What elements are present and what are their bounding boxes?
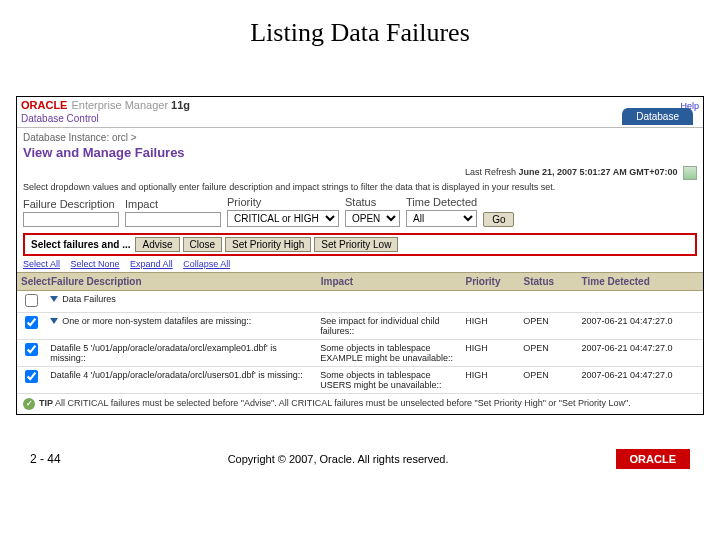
row-impact: Some objects in tablespace EXAMPLE might… [316, 340, 461, 366]
db-control-label: Database Control [21, 113, 99, 124]
row-impact: Some objects in tablespace USERS might b… [316, 367, 461, 393]
filter-time-select[interactable]: All [406, 210, 477, 227]
table-header: Select Failure Description Impact Priori… [17, 272, 703, 291]
expand-icon[interactable] [50, 318, 58, 324]
tab-database[interactable]: Database [622, 108, 693, 125]
product-name: Enterprise Manager [71, 99, 168, 111]
filter-row: Failure Description Impact PriorityCRITI… [17, 196, 703, 233]
footer-oracle-logo: ORACLE [616, 449, 690, 469]
expand-icon[interactable] [50, 296, 58, 302]
tip-row: ✓ TIP All CRITICAL failures must be sele… [17, 394, 703, 414]
filter-priority-label: Priority [227, 196, 339, 208]
row-priority: HIGH [461, 367, 519, 383]
slide-title: Listing Data Failures [0, 0, 720, 56]
table-row: Datafile 4 '/u01/app/oracle/oradata/orcl… [17, 367, 703, 394]
select-all-link[interactable]: Select All [23, 259, 60, 269]
filter-desc-input[interactable] [23, 212, 119, 227]
row-priority [461, 291, 519, 297]
sub-header: Database Control Database [17, 113, 703, 128]
copyright: Copyright © 2007, Oracle. All rights res… [61, 453, 616, 465]
advise-button[interactable]: Advise [135, 237, 179, 252]
actions-bar: Select failures and ... Advise Close Set… [23, 233, 697, 256]
table-row: Data Failures [17, 291, 703, 313]
page-title: View and Manage Failures [23, 145, 697, 160]
row-desc: Datafile 4 '/u01/app/oracle/oradata/orcl… [50, 370, 303, 380]
tip-text: All CRITICAL failures must be selected b… [55, 398, 631, 408]
refresh-icon[interactable] [683, 166, 697, 180]
close-button[interactable]: Close [183, 237, 223, 252]
go-button[interactable]: Go [483, 212, 514, 227]
row-time: 2007-06-21 04:47:27.0 [577, 340, 703, 356]
refresh-timestamp: June 21, 2007 5:01:27 AM GMT+07:00 [518, 167, 677, 177]
filter-time-label: Time Detected [406, 196, 477, 208]
filter-impact-input[interactable] [125, 212, 221, 227]
last-refresh: Last Refresh June 21, 2007 5:01:27 AM GM… [17, 164, 703, 182]
row-priority: HIGH [461, 340, 519, 356]
filter-impact-label: Impact [125, 198, 221, 210]
table-body: Data FailuresOne or more non-system data… [17, 291, 703, 394]
row-desc: Datafile 5 '/u01/app/oracle/oradata/orcl… [50, 343, 312, 363]
col-impact: Impact [317, 273, 462, 290]
col-status: Status [520, 273, 578, 290]
collapse-all-link[interactable]: Collapse All [183, 259, 230, 269]
row-checkbox[interactable] [25, 370, 38, 383]
col-select: Select [17, 273, 47, 290]
oracle-logo: ORACLE [21, 99, 67, 111]
app-window: ORACLE Enterprise Manager 11g Help Datab… [16, 96, 704, 415]
row-time [577, 291, 703, 297]
row-status: OPEN [519, 313, 577, 329]
actions-prefix: Select failures and ... [31, 239, 130, 250]
slide-footer: 2 - 44 Copyright © 2007, Oracle. All rig… [0, 423, 720, 479]
col-time: Time Detected [578, 273, 703, 290]
table-row: One or more non-system datafiles are mis… [17, 313, 703, 340]
row-time: 2007-06-21 04:47:27.0 [577, 367, 703, 383]
expand-all-link[interactable]: Expand All [130, 259, 173, 269]
set-priority-low-button[interactable]: Set Priority Low [314, 237, 398, 252]
page-number: 2 - 44 [30, 452, 61, 466]
row-checkbox[interactable] [25, 316, 38, 329]
row-status: OPEN [519, 367, 577, 383]
row-checkbox[interactable] [25, 294, 38, 307]
tip-icon: ✓ [23, 398, 35, 410]
page-heading-block: Database Instance: orcl > View and Manag… [17, 128, 703, 164]
breadcrumb-text: Database Instance: orcl > [23, 132, 137, 143]
row-impact [316, 291, 461, 297]
row-status [519, 291, 577, 297]
row-impact: See impact for individual child failures… [316, 313, 461, 339]
col-desc: Failure Description [47, 273, 317, 290]
tip-label: TIP [39, 398, 53, 408]
breadcrumb[interactable]: Database Instance: orcl > [23, 132, 697, 143]
row-priority: HIGH [461, 313, 519, 329]
refresh-label: Last Refresh [465, 167, 516, 177]
filter-priority-select[interactable]: CRITICAL or HIGH [227, 210, 339, 227]
table-row: Datafile 5 '/u01/app/oracle/oradata/orcl… [17, 340, 703, 367]
failures-table: Select Failure Description Impact Priori… [17, 272, 703, 394]
row-desc: One or more non-system datafiles are mis… [62, 316, 251, 326]
filter-status-select[interactable]: OPEN [345, 210, 400, 227]
row-status: OPEN [519, 340, 577, 356]
filter-hint: Select dropdown values and optionally en… [17, 182, 703, 196]
select-none-link[interactable]: Select None [71, 259, 120, 269]
set-priority-high-button[interactable]: Set Priority High [225, 237, 311, 252]
row-checkbox[interactable] [25, 343, 38, 356]
filter-desc-label: Failure Description [23, 198, 119, 210]
row-desc: Data Failures [62, 294, 116, 304]
row-time: 2007-06-21 04:47:27.0 [577, 313, 703, 329]
selection-links: Select All Select None Expand All Collap… [17, 256, 703, 272]
filter-status-label: Status [345, 196, 400, 208]
product-version: 11g [171, 99, 190, 111]
col-priority: Priority [461, 273, 519, 290]
